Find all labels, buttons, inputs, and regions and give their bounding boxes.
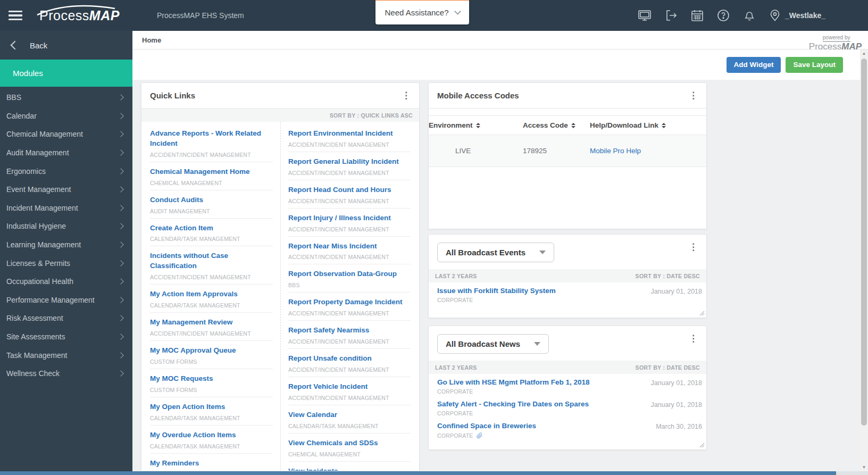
sidebar-module-item[interactable]: Licenses & Permits	[0, 254, 132, 272]
broadcast-title-link[interactable]: Issue with Forklift Stability System	[437, 287, 650, 295]
add-widget-button[interactable]: Add Widget	[727, 57, 781, 73]
breadcrumb[interactable]: Home	[142, 36, 161, 44]
sidebar-module-item[interactable]: Event Management	[0, 180, 132, 199]
broadcast-title-link[interactable]: Go Live with HSE Mgmt Platform Feb 1, 20…	[437, 378, 650, 386]
quick-link[interactable]: Report Safety Nearmiss	[288, 326, 411, 336]
table-column-header[interactable]: Access Code	[523, 116, 590, 135]
kebab-menu-icon[interactable]: ⋮	[689, 243, 698, 252]
sidebar-module-item[interactable]: Incident Management	[0, 199, 132, 218]
display-icon[interactable]	[638, 9, 652, 22]
quick-link[interactable]: My Overdue Action Items	[150, 430, 273, 440]
help-download-link[interactable]: Mobile Pro Help	[590, 147, 641, 155]
sidebar-module-item[interactable]: Audit Management	[0, 144, 132, 162]
modules-header: Modules	[0, 60, 132, 87]
quick-link[interactable]: My MOC Requests	[150, 374, 273, 384]
quick-link[interactable]: Incidents without Case Classification	[150, 251, 273, 271]
save-layout-button[interactable]: Save Layout	[786, 57, 843, 73]
quick-link[interactable]: Create Action Item	[150, 223, 273, 234]
sidebar-module-item[interactable]: Occupational Health	[0, 272, 132, 291]
quick-link[interactable]: My Action Item Approvals	[150, 289, 273, 299]
quick-link[interactable]: Report Observation Data-Group	[288, 269, 411, 279]
notifications-icon[interactable]	[743, 9, 756, 22]
sort-icon	[662, 123, 666, 128]
vertical-scrollbar-thumb[interactable]	[861, 59, 867, 426]
sidebar-module-item[interactable]: Ergonomics	[0, 162, 132, 180]
quick-link[interactable]: Chemical Management Home	[150, 167, 273, 177]
quick-link-item: My MOC Approval Queue CUSTOM FORMS	[150, 341, 273, 369]
quick-link-category: CALENDAR/TASK MANAGEMENT	[150, 302, 273, 309]
quick-link[interactable]: My MOC Approval Queue	[150, 346, 273, 356]
broadcast-title-link[interactable]: Safety Alert - Checking Tire Dates on Sp…	[437, 400, 650, 408]
logout-icon[interactable]	[665, 9, 678, 22]
quick-link-category: CALENDAR/TASK MANAGEMENT	[150, 415, 273, 421]
calendar-icon[interactable]	[691, 9, 704, 22]
quick-link[interactable]: View Calendar	[288, 410, 411, 420]
selector-label: All Broadcast Events	[446, 248, 525, 257]
quick-link-category: ACCIDENT/INCIDENT MANAGEMENT	[288, 141, 411, 148]
sidebar-module-item[interactable]: Performance Management	[0, 291, 132, 310]
chevron-right-icon	[118, 168, 123, 174]
kebab-menu-icon[interactable]: ⋮	[402, 91, 411, 100]
quick-link[interactable]: Report Near Miss Incident	[288, 241, 411, 252]
chevron-right-icon	[118, 279, 123, 285]
horizontal-scrollbar-thumb[interactable]	[0, 471, 836, 475]
broadcast-category: CORPORATE	[437, 432, 656, 439]
quick-links-sortbar: SORT BY : QUICK LINKS ASC	[141, 109, 419, 122]
scroll-up-icon[interactable]: ▲	[860, 49, 868, 57]
quick-link[interactable]: Report Unsafe condition	[288, 354, 411, 364]
table-column-header[interactable]: Environment	[429, 116, 523, 135]
chevron-right-icon	[118, 95, 123, 101]
location-selector[interactable]: _Westlake_	[769, 9, 825, 22]
quick-link-item: View Chemicals and SDSs CHEMICAL MANAGEM…	[288, 434, 411, 462]
quick-link-item: My Overdue Action Items CALENDAR/TASK MA…	[150, 426, 273, 454]
quick-link[interactable]: Report Injury / Illness Incident	[288, 213, 411, 223]
sidebar-module-item[interactable]: Calendar	[0, 107, 132, 126]
broadcast-item: Safety Alert - Checking Tire Dates on Sp…	[429, 396, 706, 418]
quick-link[interactable]: Advance Reports - Work Related Incident	[150, 129, 273, 149]
back-button[interactable]: Back	[0, 31, 132, 60]
sidebar-module-item[interactable]: Chemical Management	[0, 125, 132, 144]
vertical-scrollbar[interactable]: ▲ ▼	[860, 49, 868, 471]
quick-link-category: ACCIDENT/INCIDENT MANAGEMENT	[288, 254, 411, 260]
broadcast-title-link[interactable]: Confined Space in Breweries	[437, 422, 656, 430]
environment-cell: LIVE	[429, 135, 523, 167]
table-column-header[interactable]: Help/Download Link	[590, 116, 706, 135]
quick-link-item: Report General Liability Incident ACCIDE…	[288, 152, 411, 180]
broadcast-events-selector[interactable]: All Broadcast Events	[437, 243, 554, 262]
horizontal-scrollbar[interactable]	[0, 471, 868, 475]
quick-link[interactable]: My Open Action Items	[150, 402, 273, 412]
sidebar-module-item[interactable]: Learning Management	[0, 236, 132, 254]
kebab-menu-icon[interactable]: ⋮	[689, 334, 698, 343]
quick-link[interactable]: Report Head Count and Hours	[288, 185, 411, 195]
quick-link[interactable]: My Reminders	[150, 459, 273, 469]
chevron-right-icon	[118, 260, 123, 266]
quick-link[interactable]: View Chemicals and SDSs	[288, 438, 411, 448]
quick-link-category: ACCIDENT/INCIDENT MANAGEMENT	[288, 198, 411, 204]
quick-link[interactable]: Report Property Damage Incident	[288, 297, 411, 307]
resize-handle[interactable]	[699, 443, 705, 448]
menu-icon[interactable]	[9, 9, 22, 23]
broadcast-news-sortbar: LAST 2 YEARS SORT BY : DATE DESC	[429, 361, 706, 374]
quick-link[interactable]: My Management Review	[150, 318, 273, 328]
quick-link[interactable]: View Incidents	[288, 466, 411, 471]
quick-link-item: Report Environmental Incident ACCIDENT/I…	[288, 124, 411, 152]
resize-handle[interactable]	[699, 311, 705, 316]
quick-link[interactable]: Report General Liability Incident	[288, 157, 411, 167]
quick-link-item: My Open Action Items CALENDAR/TASK MANAG…	[150, 397, 273, 426]
quick-link[interactable]: Conduct Audits	[150, 195, 273, 205]
selector-label: All Broadcast News	[446, 339, 520, 348]
sidebar-module-item[interactable]: Industrial Hygiene	[0, 217, 132, 236]
broadcast-news-selector[interactable]: All Broadcast News	[437, 334, 549, 354]
sidebar-module-item[interactable]: Task Management	[0, 346, 132, 364]
sidebar-module-item[interactable]: BBS	[0, 88, 132, 107]
kebab-menu-icon[interactable]: ⋮	[689, 91, 698, 100]
sidebar-module-item[interactable]: Risk Assessment	[0, 309, 132, 328]
sidebar-module-item[interactable]: Site Assessments	[0, 328, 132, 346]
scroll-down-icon[interactable]: ▼	[860, 463, 868, 471]
module-label: Event Management	[6, 185, 71, 194]
sidebar-module-item[interactable]: Wellness Check	[0, 364, 132, 383]
quick-link[interactable]: Report Environmental Incident	[288, 129, 411, 139]
help-icon[interactable]	[717, 9, 730, 22]
quick-link[interactable]: Report Vehicle Incident	[288, 382, 411, 392]
need-assistance-dropdown[interactable]: Need Assistance?	[375, 0, 469, 24]
